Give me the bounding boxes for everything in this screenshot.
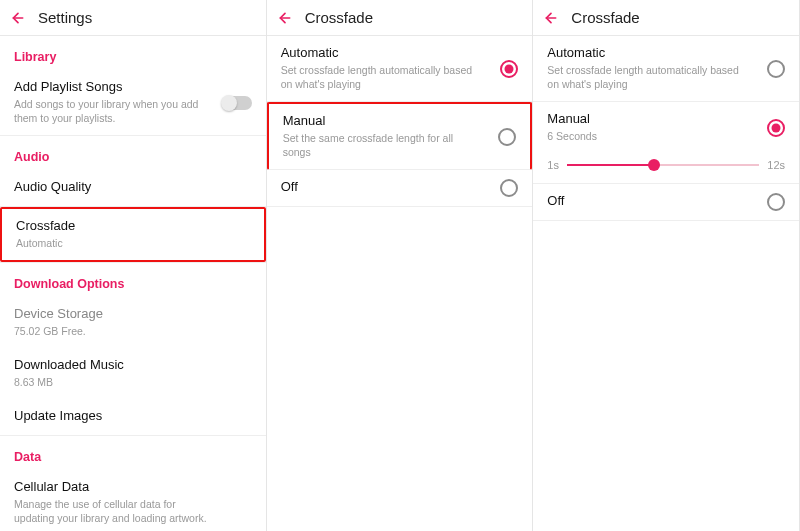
back-arrow-icon[interactable] <box>4 4 32 32</box>
row-cellular-data[interactable]: Cellular Data Manage the use of cellular… <box>0 470 266 531</box>
slider-max-label: 12s <box>767 159 785 171</box>
radio-off[interactable] <box>767 193 785 211</box>
crossfade-header: Crossfade <box>267 0 533 36</box>
page-title: Crossfade <box>571 9 639 26</box>
row-title: Automatic <box>281 45 519 62</box>
row-title: Device Storage <box>14 306 252 323</box>
radio-off[interactable] <box>500 179 518 197</box>
crossfade-header: Crossfade <box>533 0 799 36</box>
row-title: Off <box>547 193 785 210</box>
slider-thumb[interactable] <box>648 159 660 171</box>
row-crossfade-manual[interactable]: Manual Set the same crossfade length for… <box>267 102 533 170</box>
row-crossfade-off[interactable]: Off <box>267 170 533 207</box>
crossfade-slider-row: 1s 12s <box>533 153 799 183</box>
row-title: Update Images <box>14 408 252 425</box>
back-arrow-icon[interactable] <box>537 4 565 32</box>
row-update-images[interactable]: Update Images <box>0 399 266 436</box>
row-sub: Set crossfade length automatically based… <box>547 63 785 91</box>
row-audio-quality[interactable]: Audio Quality <box>0 170 266 207</box>
crossfade-content: Automatic Set crossfade length automatic… <box>533 36 799 531</box>
row-sub: Automatic <box>16 236 250 250</box>
slider-fill <box>567 164 654 166</box>
row-title: Automatic <box>547 45 785 62</box>
crossfade-pane-manual: Crossfade Automatic Set crossfade length… <box>533 0 800 531</box>
page-title: Crossfade <box>305 9 373 26</box>
settings-pane: Settings Library Add Playlist Songs Add … <box>0 0 267 531</box>
crossfade-slider[interactable] <box>567 164 759 166</box>
row-device-storage[interactable]: Device Storage 75.02 GB Free. <box>0 297 266 348</box>
row-title: Crossfade <box>16 218 250 235</box>
row-crossfade-automatic[interactable]: Automatic Set crossfade length automatic… <box>533 36 799 102</box>
row-title: Manual <box>547 111 785 128</box>
radio-manual[interactable] <box>498 128 516 146</box>
settings-content: Library Add Playlist Songs Add songs to … <box>0 36 266 531</box>
section-header-download: Download Options <box>0 263 266 297</box>
row-title: Downloaded Music <box>14 357 252 374</box>
row-title: Audio Quality <box>14 179 252 196</box>
row-sub: Add songs to your library when you add t… <box>14 97 252 125</box>
crossfade-content: Automatic Set crossfade length automatic… <box>267 36 533 531</box>
row-crossfade-manual[interactable]: Manual 6 Seconds <box>533 102 799 153</box>
radio-automatic[interactable] <box>767 60 785 78</box>
row-title: Manual <box>283 113 517 130</box>
section-header-audio: Audio <box>0 136 266 170</box>
row-add-playlist-songs[interactable]: Add Playlist Songs Add songs to your lib… <box>0 70 266 136</box>
row-crossfade-off[interactable]: Off <box>533 184 799 221</box>
row-title: Add Playlist Songs <box>14 79 252 96</box>
radio-manual[interactable] <box>767 119 785 137</box>
row-sub: 75.02 GB Free. <box>14 324 252 338</box>
row-sub: Set crossfade length automatically based… <box>281 63 519 91</box>
row-crossfade-automatic[interactable]: Automatic Set crossfade length automatic… <box>267 36 533 102</box>
back-arrow-icon[interactable] <box>271 4 299 32</box>
row-downloaded-music[interactable]: Downloaded Music 8.63 MB <box>0 348 266 399</box>
row-sub: 6 Seconds <box>547 129 785 143</box>
row-title: Off <box>281 179 519 196</box>
crossfade-pane-auto: Crossfade Automatic Set crossfade length… <box>267 0 534 531</box>
slider-min-label: 1s <box>547 159 559 171</box>
section-header-data: Data <box>0 436 266 470</box>
row-sub: 8.63 MB <box>14 375 252 389</box>
page-title: Settings <box>38 9 92 26</box>
section-header-library: Library <box>0 36 266 70</box>
row-sub: Manage the use of cellular data for upda… <box>14 497 252 525</box>
radio-automatic[interactable] <box>500 60 518 78</box>
toggle-add-playlist[interactable] <box>222 96 252 110</box>
row-crossfade[interactable]: Crossfade Automatic <box>0 207 266 262</box>
settings-header: Settings <box>0 0 266 36</box>
row-sub: Set the same crossfade length for all so… <box>283 131 517 159</box>
row-title: Cellular Data <box>14 479 252 496</box>
